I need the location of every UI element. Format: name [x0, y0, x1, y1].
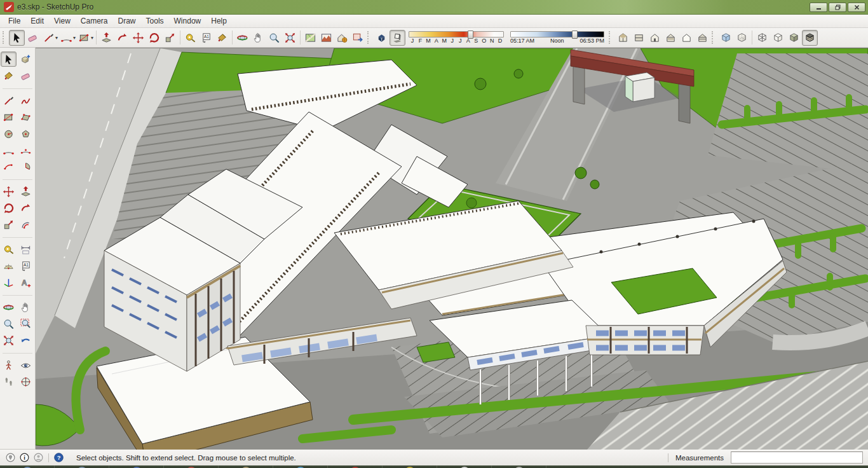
claim-credit-icon[interactable]: i [19, 452, 30, 463]
left-view-button[interactable] [679, 30, 695, 46]
taskbar-item[interactable] [219, 465, 273, 468]
section-plane-tool[interactable] [18, 374, 34, 389]
back-view-button[interactable] [695, 30, 710, 46]
measurements-input[interactable] [731, 451, 863, 464]
toggle-terrain-button[interactable] [318, 30, 334, 46]
zoom-extents-tool[interactable] [1, 333, 17, 348]
menu-help[interactable]: Help [207, 15, 231, 27]
zoom-tool-button[interactable] [266, 30, 282, 46]
orbit-tool[interactable] [1, 299, 17, 315]
menu-edit[interactable]: Edit [26, 15, 48, 27]
rotate-tool[interactable] [1, 200, 17, 216]
shaded-with-textures-style-button[interactable] [802, 30, 818, 46]
polygon-tool[interactable] [18, 126, 34, 141]
geolocation-icon[interactable] [5, 452, 16, 463]
rectangle-tool-button[interactable] [76, 30, 92, 46]
tape-measure-tool-button[interactable] [182, 30, 198, 46]
follow-me-tool-button[interactable] [114, 30, 130, 46]
two-point-arc-tool[interactable] [18, 142, 34, 158]
rotate-tool-button[interactable] [146, 30, 162, 46]
previous-view-tool[interactable] [18, 333, 34, 348]
text-tool[interactable]: A1 [18, 258, 34, 273]
menu-camera[interactable]: Camera [76, 15, 112, 27]
protractor-tool[interactable] [1, 258, 17, 273]
iso-view-button[interactable] [615, 30, 631, 46]
back-edges-style-button[interactable] [734, 30, 750, 46]
taskbar-item[interactable] [328, 465, 383, 468]
shadow-toggle-button[interactable] [390, 30, 405, 46]
rectangle-dropdown-icon[interactable]: ▾ [91, 35, 93, 41]
help-icon[interactable]: ? [53, 452, 64, 463]
taskbar-item[interactable] [55, 465, 109, 468]
taskbar-item[interactable] [109, 465, 164, 468]
taskbar-item[interactable] [437, 465, 492, 468]
menu-tools[interactable]: Tools [142, 15, 168, 27]
make-component-tool[interactable] [18, 52, 34, 67]
top-view-button[interactable] [631, 30, 647, 46]
dimension-tool[interactable] [18, 242, 34, 257]
scale-tool-button[interactable] [162, 30, 178, 46]
tape-measure-tool[interactable] [1, 242, 17, 257]
taskbar-item[interactable] [273, 465, 328, 468]
walk-tool[interactable] [1, 374, 17, 389]
scale-tool[interactable] [1, 217, 17, 232]
restore-button[interactable] [829, 3, 846, 12]
3d-text-tool[interactable]: A [18, 275, 34, 290]
photo-textures-button[interactable] [334, 30, 350, 46]
taskbar-item[interactable] [492, 465, 546, 468]
wireframe-style-button[interactable] [754, 30, 770, 46]
right-view-button[interactable] [663, 30, 679, 46]
minimize-button[interactable] [810, 3, 827, 12]
arc-tool-button[interactable] [58, 30, 74, 46]
taskbar-start-button[interactable] [0, 465, 55, 468]
share-model-button[interactable] [350, 30, 366, 46]
front-view-button[interactable] [647, 30, 663, 46]
menu-file[interactable]: File [4, 15, 25, 27]
rotated-rectangle-tool[interactable] [18, 109, 34, 125]
pan-tool[interactable] [18, 299, 34, 315]
follow-me-tool[interactable] [18, 200, 34, 216]
shadow-settings-button[interactable]: i [374, 30, 390, 46]
offset-tool[interactable] [18, 217, 34, 232]
menu-window[interactable]: Window [170, 15, 206, 27]
rectangle-tool[interactable] [1, 109, 17, 125]
shadow-date-slider[interactable]: JFMAMJJASOND [409, 31, 504, 44]
paint-bucket-tool[interactable] [1, 68, 17, 83]
three-point-arc-tool[interactable] [1, 159, 17, 174]
sign-in-icon[interactable] [33, 452, 44, 463]
hidden-line-style-button[interactable] [770, 30, 786, 46]
time-slider-handle[interactable] [572, 31, 578, 39]
pie-tool[interactable] [18, 159, 34, 174]
line-dropdown-icon[interactable]: ▾ [55, 35, 58, 41]
menu-draw[interactable]: Draw [114, 15, 140, 27]
pan-tool-button[interactable] [250, 30, 266, 46]
windows-taskbar[interactable] [0, 465, 868, 468]
push-pull-tool[interactable] [18, 184, 34, 199]
eraser-tool[interactable] [18, 68, 34, 83]
text-tool-button[interactable]: A1 [198, 30, 214, 46]
orbit-tool-button[interactable] [234, 30, 250, 46]
eraser-tool-button[interactable] [25, 30, 41, 46]
move-tool[interactable] [1, 184, 17, 199]
paint-bucket-tool-button[interactable] [214, 30, 230, 46]
zoom-window-tool[interactable] [18, 316, 34, 331]
xray-style-button[interactable] [718, 30, 734, 46]
line-tool-button[interactable] [41, 30, 57, 46]
freehand-tool[interactable] [18, 93, 34, 108]
shaded-style-button[interactable] [786, 30, 802, 46]
position-camera-tool[interactable] [1, 357, 17, 373]
taskbar-item[interactable] [383, 465, 437, 468]
menu-view[interactable]: View [50, 15, 75, 27]
line-tool[interactable] [1, 93, 17, 108]
zoom-extents-button[interactable] [282, 30, 298, 46]
close-button[interactable] [848, 3, 865, 12]
move-tool-button[interactable] [130, 30, 146, 46]
add-location-button[interactable] [302, 30, 318, 46]
taskbar-item[interactable] [164, 465, 219, 468]
date-slider-handle[interactable] [468, 31, 473, 39]
zoom-tool[interactable] [1, 316, 17, 331]
axes-tool[interactable] [1, 275, 17, 290]
model-viewport[interactable] [36, 48, 868, 450]
arc-dropdown-icon[interactable]: ▾ [73, 35, 76, 41]
look-around-tool[interactable] [18, 357, 34, 373]
